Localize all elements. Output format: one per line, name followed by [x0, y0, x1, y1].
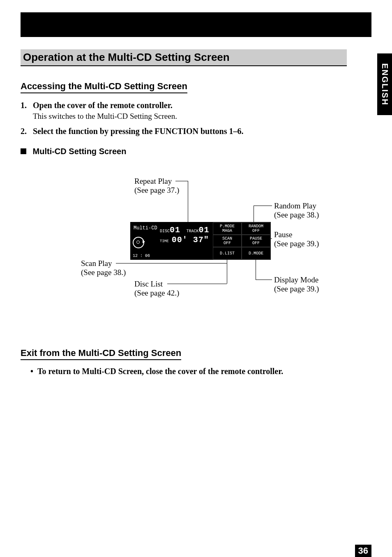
- cell-dmode: D.MODE: [242, 247, 270, 259]
- callout-ref: (See page 39.): [274, 284, 319, 294]
- callout-ref: (See page 37.): [134, 186, 179, 195]
- callout-pause: Pause (See page 39.): [274, 230, 319, 248]
- lcd-clock: 12 : 06: [133, 254, 150, 258]
- cell-line1: D.MODE: [242, 251, 270, 256]
- main-title: Operation at the Multi-CD Setting Screen: [21, 49, 232, 65]
- main-title-bg: [232, 49, 347, 65]
- callout-ref: (See page 38.): [81, 268, 126, 277]
- section-access-title: Accessing the Multi-CD Setting Screen: [21, 81, 187, 93]
- cell-pause: PAUSE OFF: [242, 235, 270, 247]
- step-body: This switches to the Multi-CD Setting Sc…: [33, 112, 371, 121]
- cell-line1: D.LIST: [213, 251, 241, 256]
- square-bullet-icon: [21, 148, 26, 154]
- callout-label: Pause: [274, 230, 319, 239]
- cell-line2: MAGA: [213, 229, 241, 233]
- step-1: 1. Open the cover of the remote controll…: [21, 101, 371, 121]
- setting-screen-diagram: Repeat Play (See page 37.) Random Play (…: [52, 177, 340, 308]
- cell-line2: OFF: [242, 229, 270, 233]
- main-title-wrap: Operation at the Multi-CD Setting Screen: [21, 49, 347, 66]
- callout-label: Disc List: [134, 280, 179, 289]
- lcd-track-num: 01: [198, 225, 209, 235]
- diagram-heading: Multi-CD Setting Screen: [21, 147, 371, 156]
- lcd-screen: Multi-CD DISC01 TRACK01 TIME 00' 37" 12 …: [130, 222, 271, 260]
- callout-label: Scan Play: [81, 259, 126, 268]
- cell-line1: P.MODE: [213, 224, 241, 229]
- lcd-main-area: Multi-CD DISC01 TRACK01 TIME 00' 37" 12 …: [131, 222, 213, 259]
- cell-pmode: P.MODE MAGA: [213, 222, 242, 235]
- cell-line1: PAUSE: [242, 236, 270, 241]
- callout-ref: (See page 38.): [274, 210, 319, 220]
- callout-scan: Scan Play (See page 38.): [81, 259, 126, 277]
- section-exit-title: Exit from the Multi-CD Setting Screen: [21, 348, 181, 360]
- lcd-disc-num: 01: [170, 225, 180, 235]
- exit-bullet: To return to Multi-CD Screen, close the …: [30, 367, 371, 376]
- step-bold: Select the function by pressing the FUNC…: [33, 127, 243, 136]
- lcd-function-grid: P.MODE MAGA RANDOM OFF SCAN OFF PAUSE OF…: [213, 222, 270, 259]
- cell-line2: OFF: [213, 241, 241, 245]
- lcd-disc-label: DISC: [160, 229, 170, 233]
- callout-random: Random Play (See page 38.): [274, 201, 319, 220]
- cell-dlist: D.LIST: [213, 247, 242, 259]
- header-black-band: [21, 12, 371, 37]
- callout-ref: (See page 42.): [134, 289, 179, 298]
- callout-label: Repeat Play: [134, 177, 179, 186]
- cell-random: RANDOM OFF: [242, 222, 270, 235]
- callout-ref: (See page 39.): [274, 239, 319, 248]
- callout-disc-list: Disc List (See page 42.): [134, 280, 179, 298]
- callout-label: Random Play: [274, 201, 319, 210]
- lcd-track-label: TRACK: [186, 229, 198, 233]
- play-arrow-icon: [143, 240, 145, 243]
- cell-scan: SCAN OFF: [213, 235, 242, 247]
- bullet-list: To return to Multi-CD Screen, close the …: [21, 367, 371, 376]
- cell-line1: RANDOM: [242, 224, 270, 229]
- step-num: 2.: [21, 127, 31, 136]
- step-bold: Open the cover of the remote controller.: [33, 101, 173, 110]
- step-2: 2. Select the function by pressing the F…: [21, 127, 371, 136]
- page-number: 36: [355, 545, 371, 557]
- callout-repeat: Repeat Play (See page 37.): [134, 177, 179, 195]
- lcd-time-val: 00' 37": [172, 235, 209, 245]
- lcd-time-label: TIME: [160, 239, 169, 243]
- callout-label: Display Mode: [274, 275, 319, 284]
- step-num: 1.: [21, 101, 31, 110]
- callout-display-mode: Display Mode (See page 39.): [274, 275, 319, 294]
- language-tab: ENGLISH: [377, 53, 392, 115]
- cell-line1: SCAN: [213, 236, 241, 241]
- diagram-heading-text: Multi-CD Setting Screen: [33, 147, 127, 156]
- step-list: 1. Open the cover of the remote controll…: [21, 101, 371, 136]
- cell-line2: OFF: [242, 241, 270, 245]
